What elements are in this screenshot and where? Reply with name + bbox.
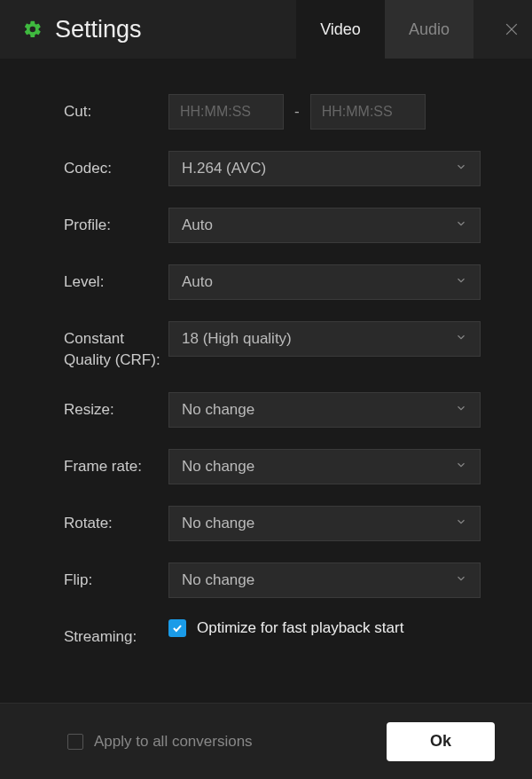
footer: Apply to all conversions Ok [0, 703, 532, 779]
chevron-down-icon [455, 571, 467, 589]
crf-value: 18 (High quality) [182, 330, 292, 348]
apply-all-checkbox[interactable] [67, 734, 83, 750]
chevron-down-icon [455, 160, 467, 177]
streaming-checkbox-label: Optimize for fast playback start [197, 619, 403, 637]
settings-header: Settings Video Audio [0, 0, 532, 59]
codec-value: H.264 (AVC) [182, 160, 266, 177]
profile-value: Auto [182, 216, 213, 234]
ok-button[interactable]: Ok [387, 722, 495, 761]
resize-select[interactable]: No change [168, 392, 481, 428]
cut-from-input[interactable]: HH:MM:SS [168, 94, 284, 130]
resize-value: No change [182, 401, 254, 419]
level-value: Auto [182, 273, 213, 291]
level-select[interactable]: Auto [168, 264, 481, 300]
rotate-label: Rotate: [64, 506, 168, 534]
chevron-down-icon [455, 330, 467, 348]
resize-label: Resize: [64, 392, 168, 421]
chevron-down-icon [455, 515, 467, 532]
flip-select[interactable]: No change [168, 563, 481, 598]
chevron-down-icon [455, 273, 467, 291]
gear-icon [23, 20, 43, 39]
framerate-value: No change [182, 458, 254, 476]
profile-select[interactable]: Auto [168, 208, 481, 243]
cut-label: Cut: [64, 94, 168, 122]
cut-dash: - [294, 103, 300, 121]
streaming-checkbox[interactable] [168, 619, 186, 637]
tabs: Video Audio [296, 0, 473, 59]
apply-all-label: Apply to all conversions [94, 733, 387, 751]
codec-label: Codec: [64, 151, 168, 179]
page-title: Settings [55, 16, 296, 43]
crf-select[interactable]: 18 (High quality) [168, 321, 481, 357]
chevron-down-icon [455, 458, 467, 476]
streaming-label: Streaming: [64, 619, 168, 648]
flip-value: No change [182, 571, 254, 589]
chevron-down-icon [455, 216, 467, 234]
tab-audio[interactable]: Audio [385, 0, 473, 59]
framerate-label: Frame rate: [64, 449, 168, 477]
rotate-select[interactable]: No change [168, 506, 481, 541]
codec-select[interactable]: H.264 (AVC) [168, 151, 481, 186]
cut-to-input[interactable]: HH:MM:SS [310, 94, 426, 130]
settings-form: Cut: HH:MM:SS - HH:MM:SS Codec: H.264 (A… [0, 59, 532, 677]
close-button[interactable] [491, 0, 532, 59]
chevron-down-icon [455, 401, 467, 419]
framerate-select[interactable]: No change [168, 449, 481, 484]
tab-video[interactable]: Video [296, 0, 385, 59]
crf-label: Constant Quality (CRF): [64, 321, 168, 371]
flip-label: Flip: [64, 563, 168, 591]
level-label: Level: [64, 264, 168, 293]
rotate-value: No change [182, 515, 254, 532]
profile-label: Profile: [64, 208, 168, 236]
